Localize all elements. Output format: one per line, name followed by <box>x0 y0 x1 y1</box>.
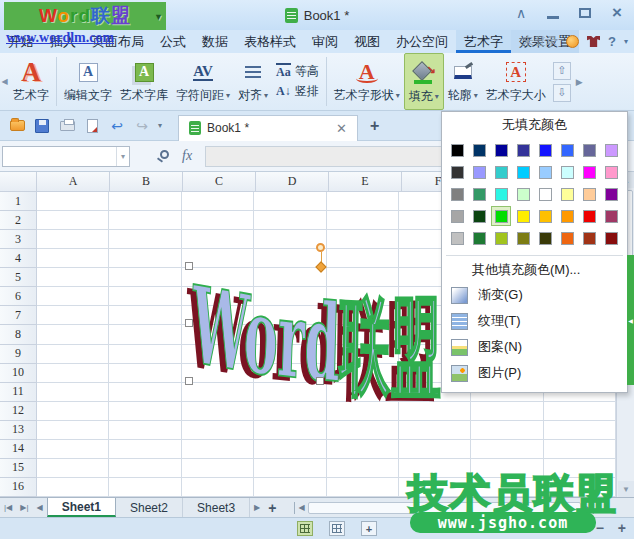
fill-menu-item-gradient[interactable]: 渐变(G) <box>442 282 627 308</box>
new-document-tab-button[interactable]: + <box>370 117 379 135</box>
color-swatch[interactable] <box>579 228 599 248</box>
color-swatch-selected[interactable] <box>491 206 511 226</box>
color-swatch[interactable] <box>601 140 621 160</box>
row-header-15[interactable]: 15 <box>0 459 37 478</box>
selection-handle-bottom-center[interactable] <box>316 377 324 385</box>
row-header-7[interactable]: 7 <box>0 306 37 325</box>
row-header-16[interactable]: 16 <box>0 478 37 497</box>
row-header-2[interactable]: 2 <box>0 211 37 230</box>
color-swatch[interactable] <box>601 206 621 226</box>
column-header-D[interactable]: D <box>256 172 329 192</box>
more-fill-colors-item[interactable]: 其他填充颜色(M)... <box>442 258 627 282</box>
color-swatch[interactable] <box>447 206 467 226</box>
print-button[interactable] <box>58 117 76 135</box>
login-status[interactable]: 未登录 <box>522 33 558 50</box>
menu-tab-表格样式[interactable]: 表格样式 <box>236 30 304 53</box>
points-icon[interactable] <box>566 35 579 48</box>
last-sheet-icon[interactable]: ▶| <box>16 498 32 517</box>
sheet-tab-Sheet1[interactable]: Sheet1 <box>47 498 116 517</box>
char-spacing-button[interactable]: AV 字符间距▾ <box>172 53 234 110</box>
quick-access-caret-icon[interactable]: ▾ <box>158 121 162 130</box>
select-all-corner[interactable] <box>0 172 37 192</box>
color-swatch[interactable] <box>535 140 555 160</box>
row-header-4[interactable]: 4 <box>0 249 37 268</box>
color-swatch[interactable] <box>447 228 467 248</box>
color-swatch[interactable] <box>579 162 599 182</box>
color-swatch[interactable] <box>491 228 511 248</box>
open-button[interactable] <box>8 117 26 135</box>
color-swatch[interactable] <box>513 140 533 160</box>
page-break-view-button[interactable]: + <box>361 521 377 536</box>
row-header-5[interactable]: 5 <box>0 268 37 287</box>
close-button[interactable]: × <box>608 4 626 22</box>
save-button[interactable] <box>33 117 51 135</box>
outline-button[interactable]: 轮廓▾ <box>444 53 482 110</box>
color-swatch[interactable] <box>557 140 577 160</box>
vertical-text-button[interactable]: A↓ 竖排 <box>276 83 319 100</box>
color-swatch[interactable] <box>535 228 555 248</box>
menu-tab-审阅[interactable]: 审阅 <box>304 30 346 53</box>
sheet-tab-Sheet2[interactable]: Sheet2 <box>116 498 183 517</box>
color-swatch[interactable] <box>557 162 577 182</box>
menu-tab-办公空间[interactable]: 办公空间 <box>388 30 456 53</box>
selection-handle-top-left[interactable] <box>185 262 193 270</box>
color-swatch[interactable] <box>535 206 555 226</box>
column-header-A[interactable]: A <box>37 172 110 192</box>
color-swatch[interactable] <box>557 206 577 226</box>
row-header-9[interactable]: 9 <box>0 345 37 364</box>
fill-menu-item-texture[interactable]: 纹理(T) <box>442 308 627 334</box>
color-swatch[interactable] <box>447 162 467 182</box>
color-swatch[interactable] <box>513 162 533 182</box>
undo-button[interactable]: ↩ <box>108 117 126 135</box>
color-swatch[interactable] <box>469 228 489 248</box>
color-swatch[interactable] <box>513 184 533 204</box>
color-swatch[interactable] <box>469 206 489 226</box>
column-header-C[interactable]: C <box>183 172 256 192</box>
color-swatch[interactable] <box>579 184 599 204</box>
name-box[interactable]: ▾ <box>2 146 130 167</box>
color-swatch[interactable] <box>557 228 577 248</box>
redo-button[interactable]: ↪ <box>133 117 151 135</box>
print-preview-button[interactable] <box>83 117 101 135</box>
wordart-gallery-button[interactable]: A 艺术字库 <box>116 53 172 110</box>
row-header-3[interactable]: 3 <box>0 230 37 249</box>
color-swatch[interactable] <box>469 184 489 204</box>
zoom-out-button[interactable]: − <box>596 520 604 536</box>
ribbon-scroll-left-icon[interactable]: ◀ <box>0 53 9 110</box>
first-sheet-icon[interactable]: |◀ <box>0 498 16 517</box>
row-header-1[interactable]: 1 <box>0 192 37 211</box>
wordart-shape-button[interactable]: A 艺术字形状▾ <box>330 53 404 110</box>
shape-raise-button[interactable]: ⇧ <box>553 62 571 80</box>
menu-tab-视图[interactable]: 视图 <box>346 30 388 53</box>
wordart-size-button[interactable]: A 艺术字大小 <box>482 53 550 110</box>
row-header-10[interactable]: 10 <box>0 364 37 383</box>
selection-handle-mid-left[interactable] <box>185 319 193 327</box>
column-header-B[interactable]: B <box>110 172 183 192</box>
color-swatch[interactable] <box>491 140 511 160</box>
row-header-8[interactable]: 8 <box>0 325 37 344</box>
scroll-left-icon[interactable]: ◀ <box>298 503 304 512</box>
menu-tab-艺术字[interactable]: 艺术字 <box>456 30 511 53</box>
prev-sheet-icon[interactable]: ◀ <box>32 498 46 517</box>
maximize-button[interactable] <box>576 4 594 22</box>
color-swatch[interactable] <box>469 140 489 160</box>
document-tab[interactable]: Book1 * ✕ <box>178 115 358 141</box>
menu-tab-数据[interactable]: 数据 <box>194 30 236 53</box>
color-swatch[interactable] <box>557 184 577 204</box>
color-swatch[interactable] <box>579 206 599 226</box>
shape-lower-button[interactable]: ⇩ <box>553 84 571 102</box>
column-header-E[interactable]: E <box>329 172 402 192</box>
fx-icon[interactable]: fx <box>182 148 192 164</box>
edit-text-button[interactable]: A 编辑文字 <box>60 53 116 110</box>
color-swatch[interactable] <box>447 140 467 160</box>
menu-tab-公式[interactable]: 公式 <box>152 30 194 53</box>
fill-menu-item-picture[interactable]: 图片(P) <box>442 360 627 386</box>
row-header-11[interactable]: 11 <box>0 383 37 402</box>
row-header-14[interactable]: 14 <box>0 440 37 459</box>
side-panel-collapse-strip[interactable]: ◀ <box>627 255 634 385</box>
color-swatch[interactable] <box>535 184 555 204</box>
color-swatch[interactable] <box>513 206 533 226</box>
sheet-tab-Sheet3[interactable]: Sheet3 <box>183 498 250 517</box>
color-swatch[interactable] <box>579 140 599 160</box>
document-tab-close-icon[interactable]: ✕ <box>336 121 347 136</box>
